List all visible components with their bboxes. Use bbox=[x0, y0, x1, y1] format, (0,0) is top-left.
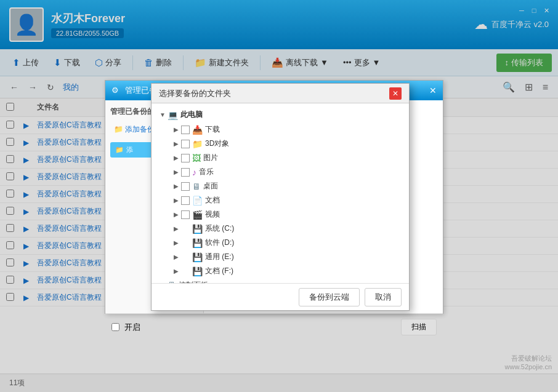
tree-expand-videos[interactable]: ▶ bbox=[171, 210, 181, 220]
tree-expand-f[interactable]: ▶ bbox=[171, 266, 181, 276]
drive-f-icon: 💾 bbox=[192, 266, 203, 276]
tree-check-3d[interactable] bbox=[181, 140, 190, 148]
tree-item-documents[interactable]: ▶ 📄 文档 bbox=[170, 193, 404, 207]
tree-item-drive-c[interactable]: ▶ 💾 系统 (C:) bbox=[170, 222, 404, 236]
tree-item-controlpanel[interactable]: ▶ 🎛 控制面板 bbox=[156, 278, 404, 283]
tree-item-pictures[interactable]: ▶ 🖼 图片 bbox=[170, 151, 404, 165]
tree-label-pictures: 图片 bbox=[203, 153, 218, 163]
documents-folder-icon: 📄 bbox=[192, 196, 203, 206]
file-dialog-title-bar: 选择要备份的文件夹 ✕ bbox=[152, 84, 409, 103]
file-dialog-title-text: 选择要备份的文件夹 bbox=[159, 88, 231, 99]
tree-item-3dobjects[interactable]: ▶ 📁 3D对象 bbox=[170, 137, 404, 151]
file-dialog-close-button[interactable]: ✕ bbox=[389, 87, 402, 100]
tree-label-3d: 3D对象 bbox=[205, 138, 229, 149]
dialog-overlay: ⚙ 管理已备 ✕ 管理已备份的文件夹 📁 添加备份文件夹 📁 添 文件夹 bbox=[0, 0, 558, 392]
file-dialog-footer: 备份到云端 取消 bbox=[152, 283, 409, 310]
tree-label-d: 软件 (D:) bbox=[205, 238, 234, 248]
tree-expand-controlpanel[interactable]: ▶ bbox=[158, 281, 168, 284]
backup-to-cloud-button[interactable]: 备份到云端 bbox=[299, 288, 360, 306]
tree-item-drive-f[interactable]: ▶ 💾 文档 (F:) bbox=[170, 264, 404, 278]
tree-label-c: 系统 (C:) bbox=[205, 223, 234, 234]
desktop-folder-icon: 🖥 bbox=[192, 182, 201, 191]
drive-d-icon: 💾 bbox=[192, 238, 203, 248]
tree-children-thispc: ▶ 📥 下载 ▶ 📁 3D对象 ▶ bbox=[156, 122, 404, 278]
tree-label-videos: 视频 bbox=[205, 209, 220, 220]
tree-expand-e[interactable]: ▶ bbox=[171, 252, 181, 262]
file-dialog-body[interactable]: ▼ 💻 此电脑 ▶ 📥 下载 ▶ � bbox=[152, 103, 409, 283]
tree-check-desktop[interactable] bbox=[181, 182, 190, 191]
pictures-folder-icon: 🖼 bbox=[192, 153, 201, 163]
3d-folder-icon: 📁 bbox=[192, 139, 203, 149]
tree-item-desktop[interactable]: ▶ 🖥 桌面 bbox=[170, 179, 404, 193]
tree-label-downloads: 下载 bbox=[205, 124, 220, 135]
backup-panel-title-text: ⚙ 管理已备 bbox=[111, 85, 157, 96]
drive-c-icon: 💾 bbox=[192, 224, 203, 234]
tree-label-controlpanel: 控制面板 bbox=[179, 280, 208, 283]
tree-expand-desktop[interactable]: ▶ bbox=[171, 182, 181, 191]
tree-item-videos[interactable]: ▶ 🎬 视频 bbox=[170, 207, 404, 222]
scan-button[interactable]: 扫描 bbox=[401, 319, 437, 335]
tree-label-e: 通用 (E:) bbox=[205, 252, 234, 262]
backup-open-checkbox[interactable] bbox=[111, 323, 119, 331]
folder-add-icon: 📁 bbox=[114, 125, 123, 134]
pc-icon: 💻 bbox=[168, 110, 178, 120]
tree-expand-c[interactable]: ▶ bbox=[171, 224, 181, 234]
tree-check-music[interactable] bbox=[181, 168, 190, 177]
backup-footer-label: 开启 bbox=[124, 322, 140, 333]
tree-item-thispc[interactable]: ▼ 💻 此电脑 bbox=[156, 107, 404, 122]
tree-item-music[interactable]: ▶ ♪ 音乐 bbox=[170, 165, 404, 179]
tree-item-drive-e[interactable]: ▶ 💾 通用 (E:) bbox=[170, 250, 404, 264]
tree-check-downloads[interactable] bbox=[181, 126, 190, 134]
tree-label-music: 音乐 bbox=[199, 167, 214, 177]
file-chooser-dialog: 选择要备份的文件夹 ✕ ▼ 💻 此电脑 ▶ 📥 下载 bbox=[151, 83, 410, 311]
tree-check-documents[interactable] bbox=[181, 196, 190, 205]
drive-e-icon: 💾 bbox=[192, 252, 203, 262]
cancel-button[interactable]: 取消 bbox=[365, 288, 402, 306]
tree-label-documents: 文档 bbox=[205, 195, 220, 206]
tree-expand-thispc[interactable]: ▼ bbox=[158, 110, 168, 120]
tree-label-desktop: 桌面 bbox=[203, 181, 218, 191]
tree-expand-pictures[interactable]: ▶ bbox=[171, 153, 181, 163]
tree-label-f: 文档 (F:) bbox=[205, 266, 233, 276]
tree-expand-3d[interactable]: ▶ bbox=[171, 139, 181, 149]
tree-expand-music[interactable]: ▶ bbox=[171, 167, 181, 177]
backup-footer: 开启 扫描 bbox=[105, 313, 443, 340]
backup-panel-close-button[interactable]: ✕ bbox=[429, 86, 437, 95]
tree-item-drive-d[interactable]: ▶ 💾 软件 (D:) bbox=[170, 236, 404, 250]
tree-expand-d[interactable]: ▶ bbox=[171, 238, 181, 248]
download-folder-icon: 📥 bbox=[192, 125, 203, 135]
music-folder-icon: ♪ bbox=[192, 167, 196, 177]
controlpanel-icon: 🎛 bbox=[168, 281, 176, 284]
file-tree: ▼ 💻 此电脑 ▶ 📥 下载 ▶ � bbox=[156, 107, 404, 283]
tree-label-thispc: 此电脑 bbox=[180, 110, 203, 120]
selected-folder-label: 添 bbox=[126, 145, 133, 154]
tree-expand-documents[interactable]: ▶ bbox=[171, 196, 181, 206]
tree-check-videos[interactable] bbox=[181, 210, 190, 219]
tree-check-pictures[interactable] bbox=[181, 154, 190, 162]
tree-expand-downloads[interactable]: ▶ bbox=[171, 125, 181, 135]
tree-item-downloads[interactable]: ▶ 📥 下载 bbox=[170, 122, 404, 137]
videos-folder-icon: 🎬 bbox=[192, 210, 203, 220]
